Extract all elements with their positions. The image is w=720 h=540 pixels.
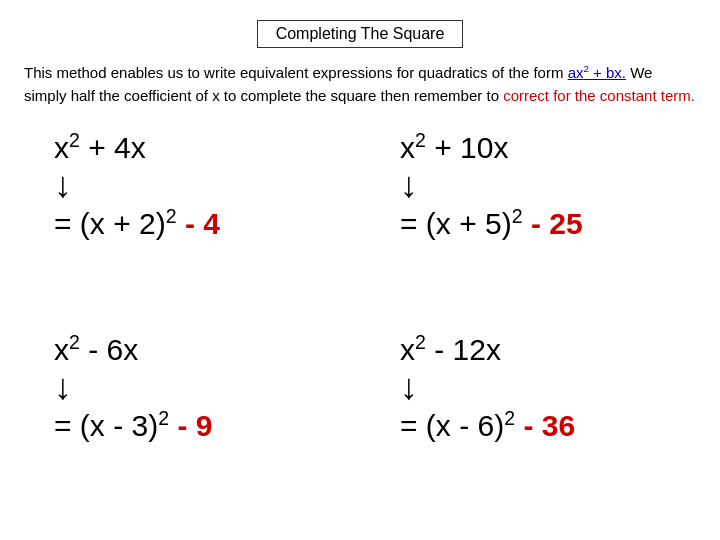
example-4: x2 - 12x ↓ = (x - 6)2 - 36: [360, 323, 696, 525]
example-4-top: x2 - 12x: [400, 331, 501, 367]
example-3-arrow: ↓: [54, 369, 72, 405]
intro-highlight-red: correct for the constant term.: [503, 87, 695, 104]
intro-paragraph: This method enables us to write equivale…: [24, 62, 696, 107]
example-1-arrow: ↓: [54, 167, 72, 203]
examples-grid: x2 + 4x ↓ = (x + 2)2 - 4 x2 + 10x ↓ = (x…: [24, 121, 696, 524]
intro-text-part1: This method enables us to write equivale…: [24, 64, 568, 81]
page-title: Completing The Square: [257, 20, 464, 48]
example-1: x2 + 4x ↓ = (x + 2)2 - 4: [24, 121, 360, 323]
example-1-top: x2 + 4x: [54, 129, 146, 165]
example-2: x2 + 10x ↓ = (x + 5)2 - 25: [360, 121, 696, 323]
example-2-bottom: = (x + 5)2 - 25: [400, 205, 583, 241]
example-1-bottom: = (x + 2)2 - 4: [54, 205, 220, 241]
example-3-top: x2 - 6x: [54, 331, 138, 367]
example-2-arrow: ↓: [400, 167, 418, 203]
example-2-top: x2 + 10x: [400, 129, 508, 165]
example-3-bottom: = (x - 3)2 - 9: [54, 407, 212, 443]
example-3-constant: - 9: [169, 409, 212, 442]
example-4-constant: - 36: [515, 409, 575, 442]
example-3: x2 - 6x ↓ = (x - 3)2 - 9: [24, 323, 360, 525]
example-4-bottom: = (x - 6)2 - 36: [400, 407, 575, 443]
page: Completing The Square This method enable…: [0, 0, 720, 540]
example-1-constant: - 4: [177, 207, 220, 240]
example-4-arrow: ↓: [400, 369, 418, 405]
example-2-constant: - 25: [523, 207, 583, 240]
intro-highlight-blue: ax2 + bx.: [568, 64, 626, 81]
